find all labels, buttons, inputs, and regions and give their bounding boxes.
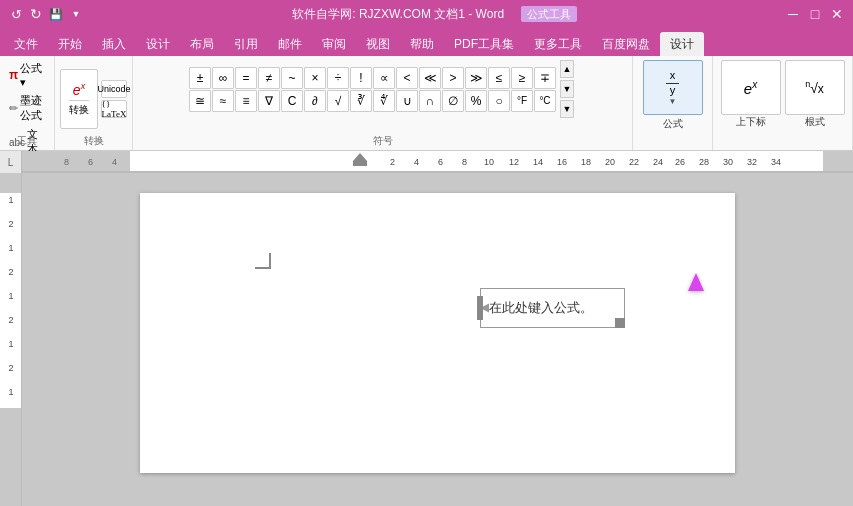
tools-label: 工具	[0, 134, 54, 148]
tab-pdf[interactable]: PDF工具集	[444, 32, 524, 56]
customize-button[interactable]: ▼	[68, 6, 84, 22]
sym-degC[interactable]: °C	[534, 90, 556, 112]
sym-nabla[interactable]: ∇	[258, 90, 280, 112]
svg-text:2: 2	[8, 363, 13, 373]
sym-cap[interactable]: ∩	[419, 90, 441, 112]
window-title: 软件自学网: RJZXW.COM 文档1 - Word	[292, 7, 504, 21]
sym-sqrt[interactable]: √	[327, 90, 349, 112]
sym-scroll-more[interactable]: ▼	[560, 80, 574, 98]
sym-empty[interactable]: ∅	[442, 90, 464, 112]
svg-rect-24	[0, 408, 22, 506]
svg-text:22: 22	[629, 157, 639, 167]
document-page[interactable]: 在此处键入公式。	[140, 193, 735, 473]
svg-text:8: 8	[462, 157, 467, 167]
sym-gt[interactable]: >	[442, 67, 464, 89]
ruler-svg: 8 6 4 2 4 6 8 10 12 14 16 18 20 22 24 26	[22, 151, 853, 172]
fraction-dropdown-arrow: ▼	[669, 97, 677, 106]
convert-small-buttons: Unicode {} LaTeX	[101, 80, 127, 118]
tab-view[interactable]: 视图	[356, 32, 400, 56]
tab-layout[interactable]: 布局	[180, 32, 224, 56]
tab-references[interactable]: 引用	[224, 32, 268, 56]
radical-button[interactable]: n√x	[785, 60, 845, 115]
close-button[interactable]: ✕	[829, 6, 845, 22]
sym-exclaim[interactable]: !	[350, 67, 372, 89]
sym-divide[interactable]: ÷	[327, 67, 349, 89]
sym-times[interactable]: ×	[304, 67, 326, 89]
sym-leq[interactable]: ≤	[488, 67, 510, 89]
svg-text:16: 16	[557, 157, 567, 167]
redo-button[interactable]: ↻	[28, 6, 44, 22]
convert-label-bottom: 转换	[55, 134, 132, 148]
sym-percent[interactable]: %	[465, 90, 487, 112]
sym-not-equals[interactable]: ≠	[258, 67, 280, 89]
sym-equals[interactable]: =	[235, 67, 257, 89]
tab-more-tools[interactable]: 更多工具	[524, 32, 592, 56]
sym-cbrt[interactable]: ∛	[350, 90, 372, 112]
equation-box[interactable]: 在此处键入公式。	[480, 288, 625, 328]
sym-cong[interactable]: ≅	[189, 90, 211, 112]
sym-mp[interactable]: ∓	[534, 67, 556, 89]
tab-review[interactable]: 审阅	[312, 32, 356, 56]
title-bar: ↺ ↻ 💾 ▼ 软件自学网: RJZXW.COM 文档1 - Word 公式工具…	[0, 0, 853, 28]
convert-main-button[interactable]: ex 转换	[60, 69, 98, 129]
tab-insert[interactable]: 插入	[92, 32, 136, 56]
tab-file[interactable]: 文件	[4, 32, 48, 56]
unicode-button[interactable]: Unicode	[101, 80, 127, 98]
sym-cup[interactable]: ∪	[396, 90, 418, 112]
save-button-titlebar[interactable]: 💾	[48, 6, 64, 22]
sym-c[interactable]: C	[281, 90, 303, 112]
sym-equiv[interactable]: ≡	[235, 90, 257, 112]
sym-scroll-down[interactable]: ▼	[560, 100, 574, 118]
document-area[interactable]: 在此处键入公式。	[22, 173, 853, 506]
fraction-visual: x y	[666, 69, 680, 96]
pencil-icon: ✏	[9, 102, 18, 115]
maximize-button[interactable]: □	[807, 6, 823, 22]
fraction-button[interactable]: x y ▼	[643, 60, 703, 115]
sym-degF[interactable]: °F	[511, 90, 533, 112]
horizontal-ruler: 8 6 4 2 4 6 8 10 12 14 16 18 20 22 24 26	[22, 151, 853, 172]
tab-design-active[interactable]: 设计	[660, 32, 704, 56]
tab-baidu[interactable]: 百度网盘	[592, 32, 660, 56]
sym-approx[interactable]: ≈	[212, 90, 234, 112]
tab-design1[interactable]: 设计	[136, 32, 180, 56]
tab-home[interactable]: 开始	[48, 32, 92, 56]
ink-label: 墨迹公式	[20, 93, 45, 123]
svg-text:6: 6	[88, 157, 93, 167]
sym-infinity[interactable]: ∞	[212, 67, 234, 89]
sym-lt[interactable]: <	[396, 67, 418, 89]
undo-button[interactable]: ↺	[8, 6, 24, 22]
sym-frt[interactable]: ∜	[373, 90, 395, 112]
equation-resize-handle[interactable]	[615, 318, 625, 328]
sym-scroll-up[interactable]: ▲	[560, 60, 574, 78]
sym-geq[interactable]: ≥	[511, 67, 533, 89]
svg-text:2: 2	[8, 267, 13, 277]
v-ruler-svg: 1 2 1 2 1 2 1 2 1	[0, 173, 22, 506]
svg-text:12: 12	[509, 157, 519, 167]
sym-propto[interactable]: ∝	[373, 67, 395, 89]
ink-formula-tool[interactable]: ✏ 墨迹公式	[6, 92, 48, 124]
superscript-button[interactable]: ex	[721, 60, 781, 115]
formula-tools-tab[interactable]: 公式工具	[521, 6, 577, 22]
sym-gg[interactable]: ≫	[465, 67, 487, 89]
tools-group: π 公式 ▾ ✏ 墨迹公式 abc 文本 工具	[0, 56, 55, 150]
latex-button[interactable]: {} LaTeX	[101, 100, 127, 118]
tab-mailings[interactable]: 邮件	[268, 32, 312, 56]
tab-help[interactable]: 帮助	[400, 32, 444, 56]
svg-text:26: 26	[675, 157, 685, 167]
equation-placeholder: 在此处键入公式。	[489, 299, 593, 317]
svg-text:6: 6	[438, 157, 443, 167]
superscript-container: ex 上下标	[721, 60, 781, 129]
page-corner-marker	[255, 253, 271, 269]
svg-text:32: 32	[747, 157, 757, 167]
sym-ll[interactable]: ≪	[419, 67, 441, 89]
formula-tool[interactable]: π 公式 ▾	[6, 60, 48, 90]
minimize-button[interactable]: ─	[785, 6, 801, 22]
symbols-row-2: ≅ ≈ ≡ ∇ C ∂ √ ∛ ∜ ∪ ∩ ∅ % ○ °F °C	[189, 90, 556, 112]
title-text: 软件自学网: RJZXW.COM 文档1 - Word 公式工具	[84, 6, 785, 23]
equation-drag-handle[interactable]	[477, 296, 483, 320]
svg-text:14: 14	[533, 157, 543, 167]
sym-partial[interactable]: ∂	[304, 90, 326, 112]
sym-plus-minus[interactable]: ±	[189, 67, 211, 89]
sym-circle[interactable]: ○	[488, 90, 510, 112]
sym-tilde[interactable]: ~	[281, 67, 303, 89]
